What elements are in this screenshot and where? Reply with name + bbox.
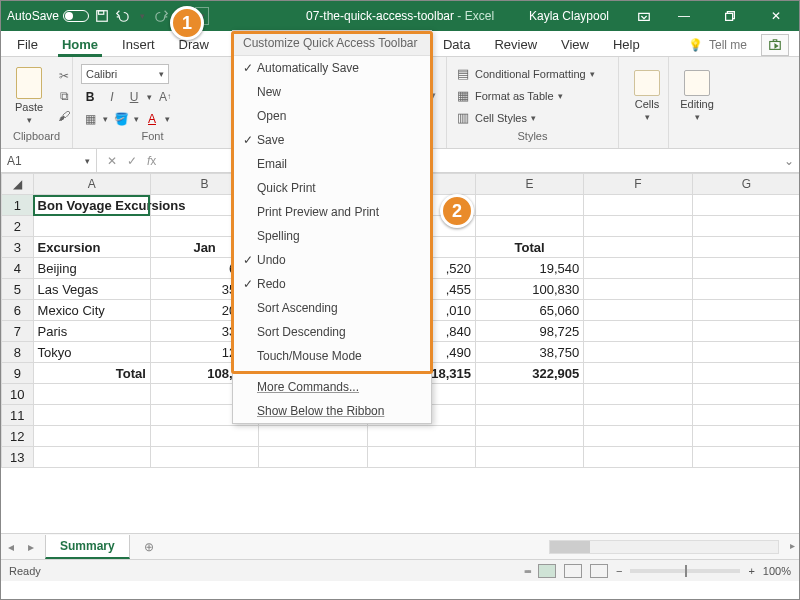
select-all-corner[interactable]: ◢: [2, 174, 34, 195]
borders-dropdown-icon[interactable]: ▾: [103, 114, 108, 124]
tab-home[interactable]: Home: [50, 33, 110, 56]
scroll-right-icon[interactable]: ▸: [790, 540, 795, 551]
qat-show-below-ribbon[interactable]: Show Below the Ribbon: [233, 399, 431, 423]
page-layout-view-icon[interactable]: [564, 564, 582, 578]
row-header[interactable]: 6: [2, 300, 34, 321]
copy-icon[interactable]: ⧉: [55, 87, 73, 105]
underline-button[interactable]: U: [125, 88, 143, 106]
cell[interactable]: [475, 195, 583, 216]
cell[interactable]: 98,725: [475, 321, 583, 342]
redo-icon[interactable]: [155, 9, 169, 23]
fill-color-dropdown-icon[interactable]: ▾: [134, 114, 139, 124]
qat-toggle-item[interactable]: Print Preview and Print: [233, 200, 431, 224]
cell[interactable]: [33, 216, 150, 237]
horizontal-scrollbar[interactable]: [549, 540, 779, 554]
enter-icon[interactable]: ✓: [127, 154, 137, 168]
tab-insert[interactable]: Insert: [110, 33, 167, 56]
restore-button[interactable]: [707, 1, 753, 31]
row-header[interactable]: 4: [2, 258, 34, 279]
col-header[interactable]: E: [475, 174, 583, 195]
qat-toggle-item[interactable]: Sort Ascending: [233, 296, 431, 320]
zoom-control[interactable]: − + 100%: [616, 565, 791, 577]
autosave-toggle[interactable]: AutoSave: [7, 9, 89, 23]
cell[interactable]: Beijing: [33, 258, 150, 279]
cells-button[interactable]: Cells▾: [627, 70, 667, 122]
borders-icon[interactable]: ▦: [81, 110, 99, 128]
normal-view-icon[interactable]: [538, 564, 556, 578]
cell[interactable]: Paris: [33, 321, 150, 342]
row-header[interactable]: 12: [2, 426, 34, 447]
zoom-level[interactable]: 100%: [763, 565, 791, 577]
zoom-out-icon[interactable]: −: [616, 565, 622, 577]
page-break-view-icon[interactable]: [590, 564, 608, 578]
editing-button[interactable]: Editing▾: [677, 70, 717, 122]
row-header[interactable]: 13: [2, 447, 34, 468]
cell[interactable]: Excursion: [33, 237, 150, 258]
cell[interactable]: 38,750: [475, 342, 583, 363]
col-header[interactable]: G: [692, 174, 799, 195]
font-name-select[interactable]: Calibri▾: [81, 64, 169, 84]
sheet-tab-summary[interactable]: Summary: [45, 535, 130, 559]
row-header[interactable]: 1: [2, 195, 34, 216]
row-header[interactable]: 5: [2, 279, 34, 300]
qat-toggle-item[interactable]: ✓Save: [233, 128, 431, 152]
tab-data[interactable]: Data: [431, 33, 482, 56]
close-button[interactable]: ✕: [753, 1, 799, 31]
italic-button[interactable]: I: [103, 88, 121, 106]
qat-toggle-item[interactable]: Sort Descending: [233, 320, 431, 344]
zoom-in-icon[interactable]: +: [748, 565, 754, 577]
cell[interactable]: 65,060: [475, 300, 583, 321]
cell[interactable]: 19,540: [475, 258, 583, 279]
cell[interactable]: Total: [33, 363, 150, 384]
tab-file[interactable]: File: [5, 33, 50, 56]
row-header[interactable]: 7: [2, 321, 34, 342]
cell[interactable]: [584, 195, 692, 216]
font-color-dropdown-icon[interactable]: ▾: [165, 114, 170, 124]
next-sheet-icon[interactable]: ▸: [21, 540, 41, 554]
row-header[interactable]: 3: [2, 237, 34, 258]
fx-icon[interactable]: fx: [147, 154, 156, 168]
tell-me-search[interactable]: 💡 Tell me: [688, 34, 799, 56]
cell[interactable]: Bon Voyage Excursions: [33, 195, 150, 216]
user-name[interactable]: Kayla Claypool: [529, 9, 609, 23]
format-painter-icon[interactable]: 🖌: [55, 107, 73, 125]
cell[interactable]: Las Vegas: [33, 279, 150, 300]
qat-toggle-item[interactable]: Email: [233, 152, 431, 176]
font-color-icon[interactable]: A: [143, 110, 161, 128]
qat-toggle-item[interactable]: New: [233, 80, 431, 104]
zoom-slider[interactable]: [630, 569, 740, 573]
qat-toggle-item[interactable]: Touch/Mouse Mode: [233, 344, 431, 368]
row-header[interactable]: 9: [2, 363, 34, 384]
bold-button[interactable]: B: [81, 88, 99, 106]
cell-styles-button[interactable]: ▥Cell Styles▾: [455, 108, 595, 128]
tab-review[interactable]: Review: [482, 33, 549, 56]
qat-toggle-item[interactable]: ✓Undo: [233, 248, 431, 272]
save-icon[interactable]: [95, 9, 109, 23]
prev-sheet-icon[interactable]: ◂: [1, 540, 21, 554]
minimize-button[interactable]: —: [661, 1, 707, 31]
cell[interactable]: 322,905: [475, 363, 583, 384]
expand-formula-bar-icon[interactable]: ⌄: [779, 154, 799, 168]
ribbon-options-icon[interactable]: [627, 1, 661, 31]
format-as-table-button[interactable]: ▦Format as Table▾: [455, 86, 595, 106]
qat-more-commands[interactable]: More Commands...: [233, 375, 431, 399]
qat-toggle-item[interactable]: ✓Automatically Save: [233, 56, 431, 80]
col-header[interactable]: F: [584, 174, 692, 195]
qat-toggle-item[interactable]: Quick Print: [233, 176, 431, 200]
underline-dropdown-icon[interactable]: ▾: [147, 92, 152, 102]
share-button[interactable]: [761, 34, 789, 56]
new-sheet-icon[interactable]: ⊕: [138, 536, 160, 558]
cancel-icon[interactable]: ✕: [107, 154, 117, 168]
undo-dropdown-icon[interactable]: ▾: [135, 9, 149, 23]
col-header[interactable]: A: [33, 174, 150, 195]
qat-toggle-item[interactable]: ✓Redo: [233, 272, 431, 296]
row-header[interactable]: 2: [2, 216, 34, 237]
name-box[interactable]: A1▾: [1, 149, 97, 172]
tab-help[interactable]: Help: [601, 33, 652, 56]
cell[interactable]: Tokyo: [33, 342, 150, 363]
tab-view[interactable]: View: [549, 33, 601, 56]
cell[interactable]: Mexico City: [33, 300, 150, 321]
cell[interactable]: [692, 195, 799, 216]
undo-icon[interactable]: [115, 9, 129, 23]
qat-toggle-item[interactable]: Open: [233, 104, 431, 128]
